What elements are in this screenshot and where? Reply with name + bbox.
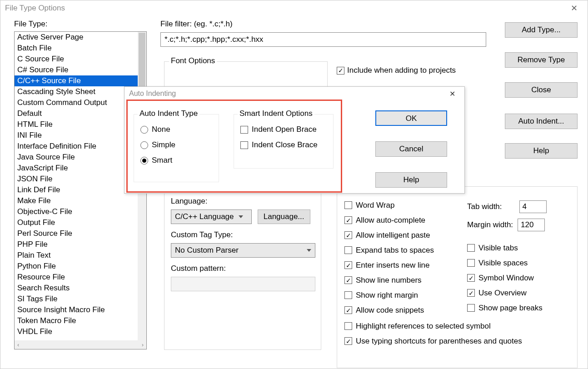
editing-option[interactable]: Use Overview [467, 285, 572, 300]
scrollbar-horizontal[interactable]: ‹ › [15, 340, 146, 349]
checkbox-icon[interactable] [344, 322, 352, 330]
list-item[interactable]: Java Source File [15, 152, 138, 163]
editing-option[interactable]: Symbol Window [467, 270, 572, 285]
editing-option[interactable]: Enter inserts new line [344, 258, 458, 273]
list-item[interactable]: Search Results [15, 283, 138, 294]
list-item[interactable]: Output File [15, 217, 138, 228]
editing-option[interactable]: Visible tabs [467, 240, 572, 255]
parsing-group: Parsing Language: C/C++ Language Languag… [164, 186, 321, 350]
help-button[interactable]: Help [375, 172, 447, 188]
list-item[interactable]: Batch File [15, 43, 138, 54]
window-title: File Type Options [5, 4, 565, 13]
list-item[interactable]: INI File [15, 130, 138, 141]
ok-button[interactable]: OK [375, 110, 447, 126]
include-when-adding-check[interactable]: Include when adding to projects [337, 66, 456, 75]
smart-indent-check[interactable]: Indent Close Brace [234, 137, 333, 153]
checkbox-icon[interactable] [467, 304, 475, 312]
editing-option-label: Highlight references to selected symbol [356, 322, 491, 331]
list-item[interactable]: SI Tags File [15, 294, 138, 304]
list-item[interactable]: C# Source File [15, 65, 138, 75]
list-item[interactable]: Perl Source File [15, 228, 138, 239]
auto-indent-button[interactable]: Auto Indent... [505, 114, 578, 129]
editing-option[interactable]: Show line numbers [344, 273, 458, 288]
file-filter-input[interactable] [160, 32, 486, 47]
checkbox-icon[interactable] [344, 201, 352, 209]
checkbox-icon[interactable] [344, 216, 352, 224]
checkbox-icon[interactable] [240, 141, 248, 149]
language-combo[interactable]: C/C++ Language [171, 209, 252, 224]
editing-option[interactable]: Visible spaces [467, 255, 572, 270]
list-item[interactable]: Default [15, 108, 138, 119]
checkbox-icon[interactable] [344, 246, 352, 254]
chevron-left-icon[interactable]: ‹ [17, 341, 19, 348]
checkbox-icon[interactable] [467, 289, 475, 297]
list-item[interactable]: Python File [15, 261, 138, 272]
editing-option[interactable]: Word Wrap [344, 198, 458, 213]
list-item[interactable]: Source Insight Macro File [15, 304, 138, 315]
tab-width-row: Tab width: [467, 198, 572, 216]
editing-option[interactable]: Highlight references to selected symbol [344, 319, 570, 334]
checkbox-icon[interactable] [337, 67, 344, 75]
radio-icon[interactable] [140, 157, 148, 165]
editing-option-label: Allow code snippets [356, 306, 424, 315]
list-item[interactable]: Cascading Style Sheet [15, 86, 138, 97]
auto-indent-radio[interactable]: Simple [134, 137, 219, 153]
smart-indent-check[interactable]: Indent Open Brace [234, 122, 333, 137]
tab-width-input[interactable] [519, 200, 547, 213]
auto-indent-radio[interactable]: Smart [134, 153, 219, 168]
list-item[interactable]: JSON File [15, 174, 138, 184]
checkbox-icon[interactable] [344, 231, 352, 239]
list-item[interactable]: Interface Definition File [15, 141, 138, 152]
editing-option[interactable]: Expand tabs to spaces [344, 243, 458, 258]
list-item[interactable]: Active Server Page [15, 32, 138, 43]
editing-option[interactable]: Show right margin [344, 288, 458, 303]
cancel-button[interactable]: Cancel [375, 141, 447, 157]
list-item[interactable]: Custom Command Output [15, 97, 138, 108]
list-item[interactable]: C Source File [15, 54, 138, 65]
margin-width-input[interactable] [518, 219, 545, 231]
close-icon[interactable]: ✕ [444, 90, 460, 98]
tab-width-label: Tab width: [467, 202, 502, 211]
checkbox-icon[interactable] [344, 306, 352, 314]
list-item[interactable]: VHDL File [15, 326, 138, 337]
filetype-label: File Type: [14, 20, 47, 29]
add-type-button[interactable]: Add Type... [505, 22, 578, 38]
file-filter-label: File filter: (eg. *.c;*.h) [160, 20, 233, 29]
editing-option[interactable]: Allow auto-complete [344, 213, 458, 228]
editing-options-group: Editing Options Word WrapAllow auto-comp… [337, 186, 578, 368]
list-item[interactable]: HTML File [15, 119, 138, 130]
editing-option[interactable]: Allow intelligent paste [344, 228, 458, 243]
chevron-right-icon[interactable]: › [142, 341, 144, 348]
checkbox-icon[interactable] [467, 244, 475, 252]
remove-type-button[interactable]: Remove Type [505, 52, 578, 68]
custom-tag-combo[interactable]: No Custom Parser [171, 243, 315, 258]
checkbox-icon[interactable] [344, 337, 352, 345]
list-item[interactable]: JavaScript File [15, 163, 138, 174]
close-button[interactable]: Close [505, 82, 578, 98]
close-icon[interactable]: ✕ [565, 3, 583, 13]
list-item[interactable]: Link Def File [15, 184, 138, 195]
list-item[interactable]: Plain Text [15, 250, 138, 261]
checkbox-icon[interactable] [344, 276, 352, 284]
radio-icon[interactable] [140, 141, 148, 149]
checkbox-icon[interactable] [344, 261, 352, 269]
auto-indenting-dialog: Auto Indenting ✕ Auto Indent Type NoneSi… [124, 86, 465, 194]
checkbox-icon[interactable] [344, 291, 352, 299]
checkbox-icon[interactable] [240, 126, 248, 134]
list-item[interactable]: Make File [15, 195, 138, 206]
checkbox-icon[interactable] [467, 259, 475, 267]
list-item[interactable]: PHP File [15, 239, 138, 250]
editing-option[interactable]: Use typing shortcuts for parentheses and… [344, 334, 570, 349]
editing-option-label: Show right margin [356, 291, 418, 300]
list-item[interactable]: Resource File [15, 272, 138, 283]
auto-indent-radio[interactable]: None [134, 122, 219, 137]
list-item[interactable]: Objective-C File [15, 206, 138, 217]
list-item[interactable]: Token Macro File [15, 315, 138, 326]
editing-option[interactable]: Allow code snippets [344, 303, 458, 318]
checkbox-icon[interactable] [467, 274, 475, 282]
radio-icon[interactable] [140, 126, 148, 134]
language-button[interactable]: Language... [258, 209, 310, 224]
editing-option[interactable]: Show page breaks [467, 300, 572, 315]
list-item[interactable]: C/C++ Source File [15, 75, 138, 86]
help-button[interactable]: Help [505, 143, 578, 159]
